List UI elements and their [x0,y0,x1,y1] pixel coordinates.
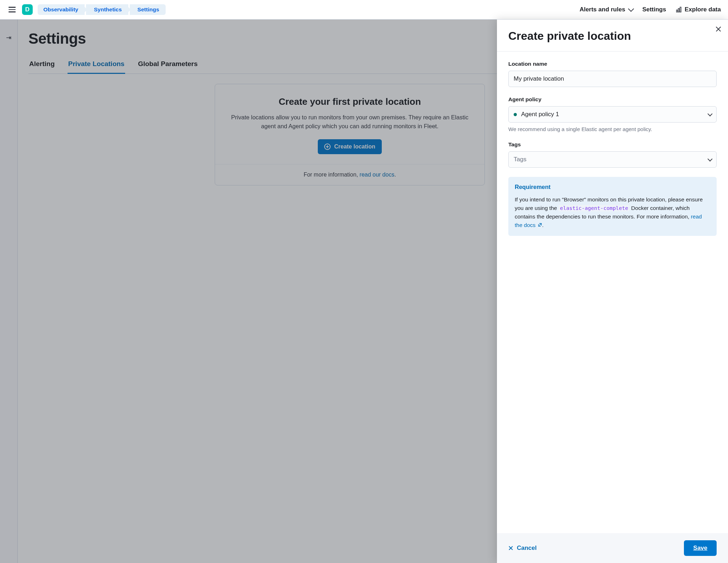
chevron-down-icon [707,157,712,162]
alerts-rules-menu[interactable]: Alerts and rules [579,6,632,13]
tags-row: Tags Tags [508,141,717,168]
header-settings-label: Settings [642,6,666,13]
header-settings-link[interactable]: Settings [642,6,666,13]
close-icon[interactable] [715,26,722,32]
chevron-down-icon [628,6,634,12]
app-badge[interactable]: D [22,4,33,15]
close-icon [508,546,513,551]
flyout-footer: Cancel Save [497,533,728,563]
cancel-button[interactable]: Cancel [508,545,537,552]
svg-rect-0 [676,10,678,12]
breadcrumb-synthetics[interactable]: Synthetics [86,4,128,15]
agent-policy-label: Agent policy [508,96,717,103]
callout-body: If you intend to run "Browser" monitors … [515,195,710,229]
breadcrumb: Observability Synthetics Settings [38,4,166,15]
header-right: Alerts and rules Settings Explore data [579,6,721,13]
tags-label: Tags [508,141,717,148]
callout-code: elastic-agent-complete [558,205,630,211]
callout-title: Requirement [515,183,710,192]
explore-data-label: Explore data [685,6,721,13]
agent-policy-select[interactable]: Agent policy 1 [508,106,717,123]
agent-policy-row: Agent policy Agent policy 1 We recommend… [508,96,717,132]
breadcrumb-observability[interactable]: Observability [38,4,85,15]
svg-rect-2 [680,7,681,12]
location-name-row: Location name [508,61,717,87]
tags-select[interactable]: Tags [508,151,717,168]
nav-hamburger-icon[interactable] [7,5,17,14]
flyout-body: Location name Agent policy Agent policy … [497,52,728,533]
create-location-flyout: Create private location Location name Ag… [497,20,728,563]
alerts-rules-label: Alerts and rules [579,6,625,13]
tags-placeholder: Tags [514,156,526,163]
save-button[interactable]: Save [684,540,717,556]
agent-policy-helper: We recommend using a single Elastic agen… [508,126,717,132]
explore-data-link[interactable]: Explore data [676,6,721,13]
cancel-label: Cancel [517,545,537,552]
chevron-down-icon [707,112,712,117]
agent-policy-value: Agent policy 1 [521,111,559,118]
svg-rect-1 [678,9,679,12]
flyout-header: Create private location [497,20,728,52]
breadcrumb-settings[interactable]: Settings [130,4,166,15]
header-left: D Observability Synthetics Settings [7,4,166,15]
location-name-input[interactable] [508,71,717,87]
top-header: D Observability Synthetics Settings Aler… [0,0,728,20]
requirement-callout: Requirement If you intend to run "Browse… [508,177,717,236]
external-link-icon [538,223,542,227]
flyout-title: Create private location [508,29,717,43]
location-name-label: Location name [508,61,717,67]
bar-chart-icon [676,7,682,12]
status-dot-icon [514,113,517,116]
